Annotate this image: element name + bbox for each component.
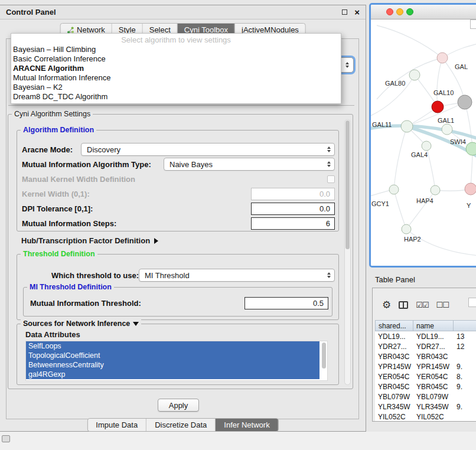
node-label: GAL80 xyxy=(385,80,405,87)
graph-node-red-gal10[interactable] xyxy=(432,101,444,113)
graph-node-swi4[interactable] xyxy=(466,142,476,155)
toolbar-cut-button[interactable] xyxy=(468,298,476,307)
hub-transcription-factor-section[interactable]: Hub/Transcription Factor Definition xyxy=(21,236,158,245)
list-item-betweennesscentrality[interactable]: BetweennessCentrality xyxy=(26,360,319,370)
list-item-selfloops[interactable]: SelfLoops xyxy=(26,341,319,351)
algorithm-option-dream8[interactable]: Dream8 DC_TDC Algorithm xyxy=(11,92,341,102)
algorithm-option-bayesian-hill-climbing[interactable]: Bayesian – Hill Climbing xyxy=(11,45,341,54)
algorithm-placeholder: Select algorithm to view settings xyxy=(11,35,341,45)
settings-group-title: Cyni Algorithm Settings xyxy=(12,110,93,118)
cell-shared-name: YIL052C xyxy=(375,412,413,421)
algorithm-option-basic-correlation[interactable]: Basic Correlation Inference xyxy=(11,54,341,64)
mi-threshold-field[interactable]: 0.5 xyxy=(244,297,328,309)
graph-node-hap2[interactable] xyxy=(402,224,411,234)
table-row[interactable]: YBR045C YBR045C 9. xyxy=(375,381,476,392)
cell-shared-name: YBR045C xyxy=(375,381,413,392)
algorithm-dropdown-popup: Select algorithm to view settings Bayesi… xyxy=(11,33,341,104)
hub-section-label: Hub/Transcription Factor Definition xyxy=(21,236,150,245)
node-label: HAP4 xyxy=(416,197,433,204)
table-body: YDL19... YDL19... 13 YDR27... YDR27... 1… xyxy=(375,331,476,421)
cell-name: YPR145W xyxy=(413,361,454,371)
threshold-definition-group: Threshold Definition Which threshold to … xyxy=(17,254,339,320)
table-row[interactable]: YBR043C YBR043C xyxy=(375,351,476,361)
cell-name: YDR27... xyxy=(413,341,454,351)
which-threshold-value: MI Threshold xyxy=(145,271,190,280)
column-header-name[interactable]: name xyxy=(413,320,454,331)
column-header-shared-name[interactable]: shared... xyxy=(375,320,413,331)
settings-scrollbar[interactable] xyxy=(344,119,351,385)
mi-algorithm-type-dropdown[interactable]: Naive Bayes xyxy=(164,158,335,171)
network-graph[interactable]: GAL GAL80 GAL10 GAL1 GAL11 SWI4 GAL4 GCY… xyxy=(371,19,476,266)
graph-node-pink[interactable] xyxy=(465,183,476,195)
list-item-gal4rgexp[interactable]: gal4RGexp xyxy=(26,370,319,379)
mi-steps-field[interactable]: 6 xyxy=(251,217,335,230)
mi-algorithm-type-label: Mutual Information Algorithm Type: xyxy=(22,160,164,169)
graph-node-gal80[interactable] xyxy=(409,70,420,80)
cell-name: YLR345W xyxy=(413,402,454,412)
kernel-width-field[interactable]: 0.0 xyxy=(251,188,335,200)
minimize-traffic-light[interactable] xyxy=(396,8,403,15)
node-label: GAL11 xyxy=(372,121,392,128)
float-window-icon[interactable] xyxy=(342,9,347,15)
graph-node[interactable] xyxy=(437,53,448,63)
list-scrollbar[interactable] xyxy=(321,343,327,379)
panel-divider xyxy=(8,105,354,106)
close-traffic-light[interactable] xyxy=(386,8,393,15)
aracne-mode-dropdown[interactable]: Discovery xyxy=(81,143,335,156)
sources-title[interactable]: Sources for Network Inference xyxy=(21,319,141,328)
close-icon[interactable]: × xyxy=(354,8,360,17)
dock-panel-icon[interactable] xyxy=(2,435,10,442)
aracne-mode-value: Discovery xyxy=(87,145,120,154)
graph-node-hap4[interactable] xyxy=(431,185,440,195)
dpi-tolerance-field[interactable]: 0.0 xyxy=(251,203,335,215)
table-header: shared... name xyxy=(375,320,476,331)
column-header-third[interactable] xyxy=(454,320,476,331)
table-row[interactable]: YBL079W YBL079W xyxy=(375,392,476,402)
network-canvas[interactable]: GAL GAL80 GAL10 GAL1 GAL11 SWI4 GAL4 GCY… xyxy=(371,19,476,266)
mi-steps-label: Mutual Information Steps: xyxy=(22,219,116,228)
node-label: GCY1 xyxy=(371,200,389,207)
cell-value: 9. xyxy=(454,402,476,412)
table-row[interactable]: YDL19... YDL19... 13 xyxy=(375,331,476,341)
graph-node-gcy1[interactable] xyxy=(389,185,399,194)
list-item-topologicalcoefficient[interactable]: TopologicalCoefficient xyxy=(26,351,319,360)
node-label: Y xyxy=(467,202,471,209)
cell-value: 9. xyxy=(454,361,476,371)
table-row[interactable]: YPR145W YPR145W 9. xyxy=(375,361,476,371)
network-window-titlebar[interactable] xyxy=(371,5,476,19)
scrollbar-thumb[interactable] xyxy=(322,343,326,369)
zoom-traffic-light[interactable] xyxy=(406,8,413,15)
tab-infer-network[interactable]: Infer Network xyxy=(216,419,278,431)
tab-impute-data[interactable]: Impute Data xyxy=(87,419,146,431)
algorithm-option-aracne[interactable]: ARACNE Algorithm xyxy=(11,64,341,73)
data-attributes-list[interactable]: SelfLoops TopologicalCoefficient Between… xyxy=(25,341,328,381)
mi-threshold-definition-title: MI Threshold Definition xyxy=(27,283,114,291)
algorithm-option-mutual-information[interactable]: Mutual Information Inference xyxy=(11,73,341,83)
algorithm-definition-group: Algorithm Definition Aracne Mode: Discov… xyxy=(17,130,339,231)
table-row[interactable]: YER054C YER054C 8. xyxy=(375,371,476,381)
tab-discretize-data[interactable]: Discretize Data xyxy=(146,419,216,431)
select-all-checkboxes-icon[interactable]: ☑☑ xyxy=(416,301,428,309)
show-columns-icon[interactable] xyxy=(399,301,408,309)
graph-node-gal1[interactable] xyxy=(442,124,452,135)
threshold-definition-title: Threshold Definition xyxy=(21,250,97,258)
graph-node-gal4[interactable] xyxy=(422,141,431,151)
scrollbar-button[interactable] xyxy=(470,19,476,29)
cell-shared-name: YBL079W xyxy=(375,392,413,402)
table-row[interactable]: YDR27... YDR27... 12 xyxy=(375,341,476,351)
collapse-down-icon xyxy=(133,322,139,326)
which-threshold-dropdown[interactable]: MI Threshold xyxy=(139,269,335,282)
table-row[interactable]: YLR345W YLR345W 9. xyxy=(375,402,476,412)
cell-shared-name: YDL19... xyxy=(375,331,413,341)
cell-name: YBR045C xyxy=(413,381,454,392)
algorithm-option-bayesian-k2[interactable]: Bayesian – K2 xyxy=(11,83,341,92)
scrollbar-thumb[interactable] xyxy=(345,120,350,249)
deselect-all-checkboxes-icon[interactable]: ☐☐ xyxy=(436,301,449,309)
manual-kernel-width-checkbox[interactable] xyxy=(327,175,335,183)
settings-gear-icon[interactable]: ⚙ xyxy=(382,300,391,310)
graph-node-gray[interactable] xyxy=(458,95,472,109)
apply-button[interactable]: Apply xyxy=(158,399,199,412)
cell-name: YDL19... xyxy=(413,331,454,341)
graph-node-gal11[interactable] xyxy=(401,120,413,132)
table-row[interactable]: YIL052C YIL052C xyxy=(375,412,476,421)
